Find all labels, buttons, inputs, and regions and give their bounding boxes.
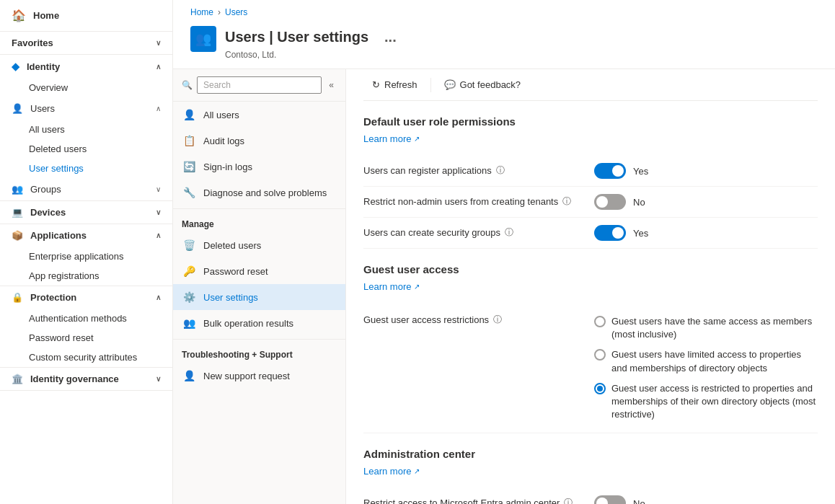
protection-group[interactable]: 🔒 Protection ∧ [0, 286, 172, 309]
setting-row-admin-center: Restrict access to Microsoft Entra admin… [363, 488, 818, 504]
home-nav-item[interactable]: 🏠 Home [0, 0, 172, 32]
more-options-button[interactable]: ... [380, 26, 401, 48]
favorites-group[interactable]: Favorites ∨ [0, 32, 172, 54]
chevron-up-icon-users: ∧ [156, 105, 161, 112]
sidebar-item-deleted-users[interactable]: Deleted users [0, 139, 172, 159]
secondary-nav: 🔍 « 👤 All users 📋 Audit logs 🔄 Sign-in l… [173, 69, 346, 504]
guest-restrictions-label: Guest user access restrictions ⓘ [363, 311, 594, 326]
sidebar-item-enterprise-apps[interactable]: Enterprise applications [0, 247, 172, 266]
toggle-slider-2 [594, 194, 626, 210]
refresh-button[interactable]: ↻ Refresh [363, 75, 426, 94]
identity-group[interactable]: ◆ Identity ∧ [0, 55, 172, 78]
groups-group[interactable]: 👥 Groups ∨ [0, 178, 172, 200]
users-label: Users [30, 103, 55, 114]
feedback-label: Got feedback? [460, 79, 521, 90]
nav-bulk-operations[interactable]: 👥 Bulk operation results [173, 310, 345, 336]
devices-label: Devices [30, 207, 66, 218]
nav-new-support-label: New support request [203, 371, 290, 381]
nav-signin-logs[interactable]: 🔄 Sign-in logs [173, 154, 345, 180]
identity-governance-section: 🏛️ Identity governance ∨ [0, 368, 172, 391]
breadcrumb-home[interactable]: Home [190, 7, 213, 17]
setting-row-restrict-tenants: Restrict non-admin users from creating t… [363, 187, 818, 218]
info-icon-2[interactable]: ⓘ [562, 195, 571, 208]
restrict-tenants-toggle[interactable] [594, 194, 626, 210]
radio-circle-3 [594, 383, 606, 394]
sidebar-item-auth-methods[interactable]: Authentication methods [0, 309, 172, 328]
favorites-label: Favorites [12, 37, 53, 48]
default-role-section-title: Default user role permissions [363, 115, 818, 128]
nav-all-users[interactable]: 👤 All users [173, 102, 345, 128]
register-apps-toggle[interactable] [594, 163, 626, 179]
radio-circle-2 [594, 349, 606, 361]
page-subtitle: Contoso, Ltd. [225, 50, 401, 60]
nav-deleted-users[interactable]: 🗑️ Deleted users [173, 232, 345, 258]
toggle-slider-4 [594, 495, 626, 504]
applications-label: Applications [30, 230, 87, 241]
learn-more-3[interactable]: Learn more ↗ [363, 466, 818, 477]
search-bar: 🔍 « [173, 69, 345, 102]
favorites-section: Favorites ∨ [0, 32, 172, 55]
devices-group[interactable]: 💻 Devices ∨ [0, 201, 172, 224]
nav-new-support[interactable]: 👤 New support request [173, 363, 345, 389]
setting-row-security-groups: Users can create security groups ⓘ Yes [363, 218, 818, 249]
learn-more-2[interactable]: Learn more ↗ [363, 281, 818, 292]
home-icon: 🏠 [12, 9, 26, 22]
sidebar-item-app-registrations[interactable]: App registrations [0, 266, 172, 286]
nav-diagnose[interactable]: 🔧 Diagnose and solve problems [173, 180, 345, 205]
security-groups-toggle[interactable] [594, 225, 626, 241]
identity-section: ◆ Identity ∧ Overview 👤 Users ∧ All user… [0, 55, 172, 201]
register-apps-control: Yes [594, 163, 648, 179]
sidebar-item-user-settings[interactable]: User settings [0, 159, 172, 178]
groups-label: Groups [30, 184, 61, 195]
learn-more-1[interactable]: Learn more ↗ [363, 133, 818, 144]
identity-label: Identity [27, 61, 60, 72]
nav-user-settings[interactable]: ⚙️ User settings [173, 284, 345, 310]
sidebar-item-all-users[interactable]: All users [0, 120, 172, 139]
nav-audit-logs-label: Audit logs [203, 136, 244, 146]
chevron-up-icon-protection: ∧ [156, 293, 161, 301]
password-reset-icon: 🔑 [182, 264, 196, 278]
chevron-down-icon-devices: ∨ [156, 208, 161, 216]
collapse-button[interactable]: « [326, 79, 337, 92]
nav-password-reset[interactable]: 🔑 Password reset [173, 258, 345, 284]
nav-audit-logs[interactable]: 📋 Audit logs [173, 128, 345, 154]
support-icon: 👤 [182, 368, 196, 383]
feedback-button[interactable]: 💬 Got feedback? [436, 75, 530, 94]
sidebar-item-password-reset[interactable]: Password reset [0, 328, 172, 348]
setting-row-register-apps: Users can register applications ⓘ Yes [363, 156, 818, 187]
sidebar-item-overview[interactable]: Overview [0, 78, 172, 97]
applications-section: 📦 Applications ∧ Enterprise applications… [0, 224, 172, 286]
breadcrumb-users[interactable]: Users [225, 7, 247, 17]
info-icon-1[interactable]: ⓘ [496, 164, 505, 177]
signin-logs-icon: 🔄 [182, 159, 196, 174]
admin-center-toggle[interactable] [594, 495, 626, 504]
admin-center-label: Restrict access to Microsoft Entra admin… [363, 495, 594, 504]
external-link-icon-1: ↗ [414, 135, 420, 143]
info-icon-3[interactable]: ⓘ [505, 226, 513, 239]
sidebar-item-custom-security[interactable]: Custom security attributes [0, 348, 172, 367]
radio-item-1[interactable]: Guest users have the same access as memb… [594, 315, 818, 341]
protection-label: Protection [30, 292, 76, 303]
nav-password-reset-label: Password reset [203, 266, 268, 277]
toolbar-divider [430, 78, 431, 92]
applications-group[interactable]: 📦 Applications ∧ [0, 224, 172, 247]
home-label: Home [33, 10, 59, 21]
troubleshooting-section-label: Troubleshooting + Support [173, 342, 345, 363]
users-group[interactable]: 👤 Users ∧ [0, 97, 172, 120]
register-apps-label: Users can register applications ⓘ [363, 163, 594, 177]
radio-item-2[interactable]: Guest users have limited access to prope… [594, 348, 818, 374]
bulk-ops-icon: 👥 [182, 316, 196, 330]
info-icon-4[interactable]: ⓘ [493, 314, 502, 326]
identity-governance-group[interactable]: 🏛️ Identity governance ∨ [0, 368, 172, 390]
feedback-icon: 💬 [444, 79, 456, 90]
users-page-icon: 👥 [195, 31, 211, 47]
external-link-icon-3: ↗ [414, 467, 420, 475]
nav-divider-2 [173, 339, 345, 340]
radio-item-3[interactable]: Guest user access is restricted to prope… [594, 382, 818, 422]
info-icon-5[interactable]: ⓘ [564, 497, 573, 504]
all-users-icon: 👤 [182, 107, 196, 122]
search-input[interactable] [197, 76, 322, 94]
audit-logs-icon: 📋 [182, 133, 196, 148]
refresh-icon: ↻ [372, 79, 380, 90]
page-header-icon: 👥 [190, 26, 216, 52]
